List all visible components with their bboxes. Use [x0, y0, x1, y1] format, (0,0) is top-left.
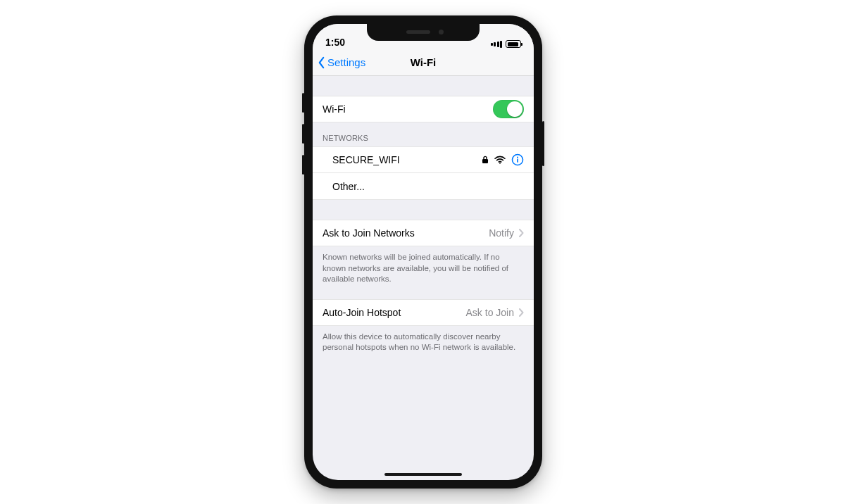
svg-point-1 [499, 163, 501, 164]
ask-to-join-row[interactable]: Ask to Join Networks Notify [313, 220, 534, 246]
ask-to-join-footer: Known networks will be joined automatica… [313, 246, 534, 285]
svg-point-3 [517, 157, 518, 158]
chevron-right-icon [518, 229, 524, 237]
status-time: 1:50 [325, 37, 362, 48]
networks-header: NETWORKS [313, 122, 534, 146]
cellular-icon [491, 41, 503, 48]
ask-to-join-value: Notify [489, 227, 514, 239]
wifi-label: Wi-Fi [323, 103, 346, 115]
network-row[interactable]: SECURE_WIFI [313, 146, 534, 173]
lock-icon [482, 156, 489, 164]
wifi-toggle[interactable] [493, 100, 524, 118]
ask-to-join-label: Ask to Join Networks [323, 227, 415, 239]
svg-rect-4 [517, 159, 518, 163]
network-name: SECURE_WIFI [332, 154, 400, 165]
wifi-toggle-row[interactable]: Wi-Fi [313, 96, 534, 122]
content: Wi-Fi NETWORKS SECURE_WIFI [313, 76, 534, 480]
notch [367, 24, 480, 41]
wifi-icon [494, 156, 506, 164]
auto-join-value: Ask to Join [466, 307, 514, 318]
auto-join-footer: Allow this device to automatically disco… [313, 326, 534, 353]
screen: 1:50 Settings Wi-Fi [313, 24, 534, 480]
auto-join-label: Auto-Join Hotspot [323, 307, 401, 318]
svg-rect-0 [482, 159, 488, 163]
chevron-right-icon [518, 308, 524, 317]
other-label: Other... [332, 181, 365, 192]
phone-frame: 1:50 Settings Wi-Fi [304, 15, 542, 489]
home-indicator[interactable] [384, 473, 462, 476]
nav-bar: Settings Wi-Fi [313, 49, 534, 76]
page-title: Wi-Fi [313, 56, 534, 68]
other-network-row[interactable]: Other... [313, 173, 534, 200]
battery-icon [506, 40, 521, 48]
info-icon[interactable] [511, 153, 524, 166]
auto-join-hotspot-row[interactable]: Auto-Join Hotspot Ask to Join [313, 299, 534, 326]
